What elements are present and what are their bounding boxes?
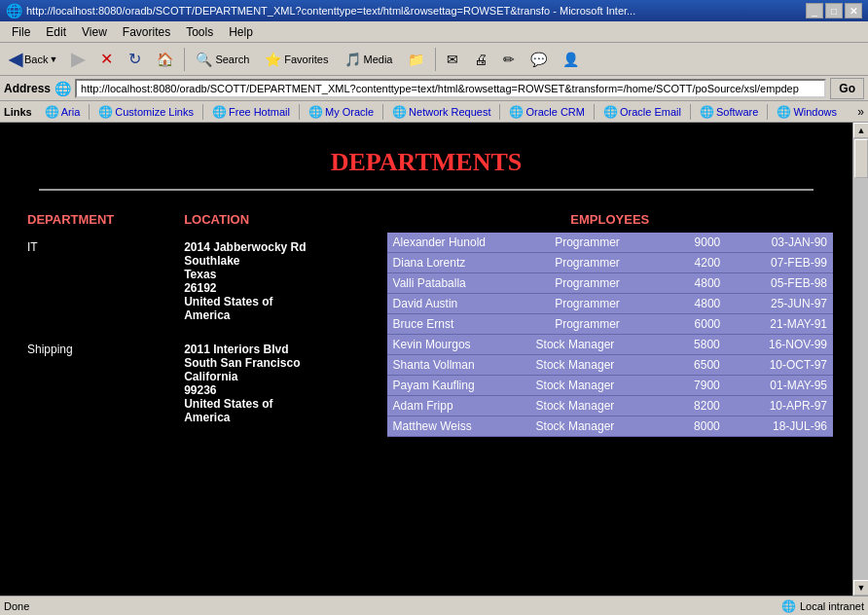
separator xyxy=(184,48,185,71)
link-icon-customize: 🌐 xyxy=(98,105,113,119)
media-button[interactable]: 🎵 Media xyxy=(338,46,400,73)
status-right: 🌐 Local intranet xyxy=(781,599,864,613)
emp-salary: 4200 xyxy=(668,253,726,273)
links-sep3 xyxy=(299,104,300,120)
links-sep5 xyxy=(499,104,500,120)
link-oracleemail[interactable]: 🌐 Oracle Email xyxy=(597,103,688,121)
menu-view[interactable]: View xyxy=(74,23,115,41)
scroll-down-button[interactable]: ▼ xyxy=(853,580,868,596)
intranet-icon: 🌐 xyxy=(781,599,796,613)
employee-row: David Austin Programmer 4800 25-JUN-97 xyxy=(387,294,833,314)
scroll-thumb[interactable] xyxy=(854,139,868,178)
link-software[interactable]: 🌐 Software xyxy=(693,103,765,121)
emp-date: 10-OCT-97 xyxy=(726,355,833,376)
emp-date: 18-JUL-96 xyxy=(726,416,833,437)
emp-name: Diana Lorentz xyxy=(387,253,550,273)
scroll-up-button[interactable]: ▲ xyxy=(853,123,868,138)
link-networkrequest[interactable]: 🌐 Network Request xyxy=(385,103,497,121)
emp-job: Programmer xyxy=(549,233,668,253)
emp-job: Stock Manager xyxy=(530,335,669,355)
employee-row: Diana Lorentz Programmer 4200 07-FEB-99 xyxy=(387,253,833,273)
stop-icon: ✕ xyxy=(100,50,113,68)
link-oraclecrm[interactable]: 🌐 Oracle CRM xyxy=(502,103,592,121)
home-button[interactable]: 🏠 xyxy=(150,46,180,73)
link-myoracle[interactable]: 🌐 My Oracle xyxy=(302,103,380,121)
link-hotmail[interactable]: 🌐 Free Hotmail xyxy=(205,103,297,121)
menu-file[interactable]: File xyxy=(4,23,38,41)
menu-tools[interactable]: Tools xyxy=(178,23,221,41)
links-sep6 xyxy=(594,104,595,120)
link-customize[interactable]: 🌐 Customize Links xyxy=(91,103,200,121)
link-icon-aria: 🌐 xyxy=(45,105,59,119)
go-button[interactable]: Go xyxy=(830,78,864,99)
refresh-button[interactable]: ↻ xyxy=(122,46,148,73)
emp-date: 21-MAY-91 xyxy=(726,314,833,335)
close-button[interactable]: ✕ xyxy=(845,3,862,18)
emp-job: Programmer xyxy=(549,314,668,335)
menu-bar: File Edit View Favorites Tools Help xyxy=(0,21,868,43)
menu-help[interactable]: Help xyxy=(221,23,261,41)
page-body: DEPARTMENTS DEPARTMENT LOCATION EMPLOYEE… xyxy=(0,123,852,596)
title-bar: 🌐 http://localhost:8080/oradb/SCOTT/DEPA… xyxy=(0,0,868,21)
messenger-button[interactable]: 👤 xyxy=(556,46,586,73)
emp-job: Programmer xyxy=(549,253,668,273)
edit-button[interactable]: ✏ xyxy=(496,46,522,73)
employee-row: Shanta Vollman Stock Manager 6500 10-OCT… xyxy=(387,355,833,376)
discuss-button[interactable]: 💬 xyxy=(524,46,554,73)
dept-name: IT xyxy=(19,233,176,335)
emp-name: Matthew Weiss xyxy=(387,416,530,437)
messenger-icon: 👤 xyxy=(562,52,579,67)
emp-date: 05-FEB-98 xyxy=(726,273,833,294)
link-aria[interactable]: 🌐 Aria xyxy=(38,103,88,121)
favorites-button[interactable]: ⭐ Favorites xyxy=(258,46,335,73)
scrollbar[interactable]: ▲ ▼ xyxy=(852,123,868,596)
media-icon: 🎵 xyxy=(344,52,361,67)
mail-button[interactable]: ✉ xyxy=(440,46,465,73)
emp-date: 07-FEB-99 xyxy=(726,253,833,273)
department-row: IT 2014 Jabberwocky RdSouthlakeTexas2619… xyxy=(19,233,833,335)
emp-job: Stock Manager xyxy=(530,416,669,437)
search-button[interactable]: 🔍 Search xyxy=(189,46,256,73)
scroll-track xyxy=(853,138,868,580)
employee-row: Adam Fripp Stock Manager 8200 10-APR-97 xyxy=(387,396,833,416)
address-bar: Address 🌐 Go xyxy=(0,76,868,101)
stop-button[interactable]: ✕ xyxy=(93,46,120,73)
emp-job: Stock Manager xyxy=(530,355,669,376)
links-sep2 xyxy=(202,104,203,120)
minimize-button[interactable]: _ xyxy=(806,3,823,18)
maximize-button[interactable]: □ xyxy=(825,3,843,18)
menu-favorites[interactable]: Favorites xyxy=(115,23,178,41)
address-label: Address xyxy=(4,82,51,95)
links-expand-icon[interactable]: » xyxy=(857,105,864,119)
link-icon-networkrequest: 🌐 xyxy=(392,105,407,119)
link-windows[interactable]: 🌐 Windows xyxy=(770,103,844,121)
history-button[interactable]: 📁 xyxy=(401,46,431,73)
link-icon-oracleemail: 🌐 xyxy=(603,105,618,119)
main-content[interactable]: DEPARTMENTS DEPARTMENT LOCATION EMPLOYEE… xyxy=(0,123,852,596)
dept-employees: Kevin Mourgos Stock Manager 5800 16-NOV-… xyxy=(387,335,833,437)
separator2 xyxy=(435,48,436,71)
links-sep4 xyxy=(382,104,383,120)
link-icon-myoracle: 🌐 xyxy=(308,105,323,119)
link-icon-windows: 🌐 xyxy=(777,105,791,119)
search-icon: 🔍 xyxy=(196,52,212,67)
link-icon-software: 🌐 xyxy=(700,105,714,119)
emp-salary: 9000 xyxy=(668,233,726,253)
menu-edit[interactable]: Edit xyxy=(38,23,74,41)
emp-name: Shanta Vollman xyxy=(387,355,530,376)
print-button[interactable]: 🖨 xyxy=(467,46,494,73)
links-bar: Links 🌐 Aria 🌐 Customize Links 🌐 Free Ho… xyxy=(0,101,868,123)
print-icon: 🖨 xyxy=(474,52,488,67)
forward-button[interactable]: ▶ xyxy=(64,46,91,73)
links-sep1 xyxy=(89,104,90,120)
emp-name: Valli Pataballa xyxy=(387,273,550,294)
links-sep7 xyxy=(690,104,691,120)
emp-date: 16-NOV-99 xyxy=(726,335,833,355)
back-button[interactable]: ◀ Back ▼ xyxy=(4,46,62,73)
emp-name: Adam Fripp xyxy=(387,396,530,416)
address-input[interactable] xyxy=(75,79,826,98)
page-icon: 🌐 xyxy=(54,81,71,96)
employees-table: Kevin Mourgos Stock Manager 5800 16-NOV-… xyxy=(387,335,833,437)
emp-salary: 4800 xyxy=(668,294,726,314)
emp-name: Kevin Mourgos xyxy=(387,335,530,355)
